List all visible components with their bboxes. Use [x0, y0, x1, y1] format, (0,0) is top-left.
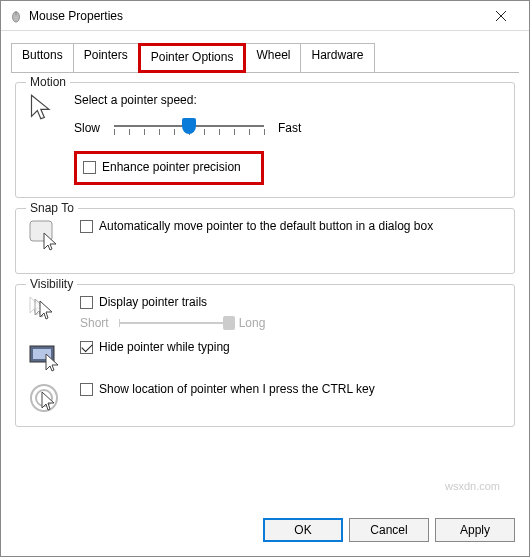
tab-buttons[interactable]: Buttons — [11, 43, 74, 73]
enhance-precision-label: Enhance pointer precision — [102, 160, 241, 176]
dialog-buttons: OK Cancel Apply — [1, 508, 529, 556]
mouse-properties-window: Mouse Properties Buttons Pointers Pointe… — [0, 0, 530, 557]
hide-typing-label: Hide pointer while typing — [99, 340, 230, 356]
snap-to-checkbox[interactable] — [80, 220, 93, 233]
long-label: Long — [239, 316, 266, 330]
tab-underline — [11, 72, 519, 73]
group-snap-to-label: Snap To — [26, 201, 78, 215]
enhance-precision-checkbox[interactable] — [83, 161, 96, 174]
close-button[interactable] — [481, 2, 521, 30]
highlight-enhance-precision: Enhance pointer precision — [74, 151, 264, 185]
titlebar: Mouse Properties — [1, 1, 529, 31]
tab-wheel[interactable]: Wheel — [245, 43, 301, 73]
group-motion: Motion Select a pointer speed: Slow Fas — [15, 82, 515, 198]
tab-pointers[interactable]: Pointers — [73, 43, 139, 73]
pointer-trails-label: Display pointer trails — [99, 295, 207, 311]
group-motion-label: Motion — [26, 75, 70, 89]
hide-typing-icon — [28, 340, 62, 372]
tab-hardware[interactable]: Hardware — [300, 43, 374, 73]
mouse-icon — [9, 9, 23, 23]
slow-label: Slow — [74, 121, 100, 135]
titlebar-left: Mouse Properties — [9, 9, 123, 23]
ok-button[interactable]: OK — [263, 518, 343, 542]
slider-thumb[interactable] — [182, 118, 196, 134]
snap-to-label: Automatically move pointer to the defaul… — [99, 219, 433, 235]
pointer-trails-icon — [28, 295, 62, 327]
snap-to-icon — [28, 219, 62, 251]
cancel-button[interactable]: Cancel — [349, 518, 429, 542]
short-label: Short — [80, 316, 109, 330]
fast-label: Fast — [278, 121, 301, 135]
hide-typing-checkbox[interactable] — [80, 341, 93, 354]
group-visibility-label: Visibility — [26, 277, 77, 291]
window-title: Mouse Properties — [29, 9, 123, 23]
cursor-icon — [28, 93, 60, 124]
pointer-speed-slider[interactable] — [114, 115, 264, 141]
apply-button[interactable]: Apply — [435, 518, 515, 542]
ctrl-locate-label: Show location of pointer when I press th… — [99, 382, 375, 398]
content-area: Motion Select a pointer speed: Slow Fas — [1, 74, 529, 508]
group-visibility: Visibility Display pointer trails Short … — [15, 284, 515, 428]
tab-pointer-options[interactable]: Pointer Options — [138, 43, 247, 73]
group-snap-to: Snap To Automatically move pointer to th… — [15, 208, 515, 274]
pointer-speed-label: Select a pointer speed: — [74, 93, 502, 107]
ctrl-locate-checkbox[interactable] — [80, 383, 93, 396]
trails-slider-disabled: Short Long — [80, 316, 502, 330]
tab-strip: Buttons Pointers Pointer Options Wheel H… — [1, 31, 529, 73]
ctrl-locate-icon — [28, 382, 62, 414]
pointer-trails-checkbox[interactable] — [80, 296, 93, 309]
